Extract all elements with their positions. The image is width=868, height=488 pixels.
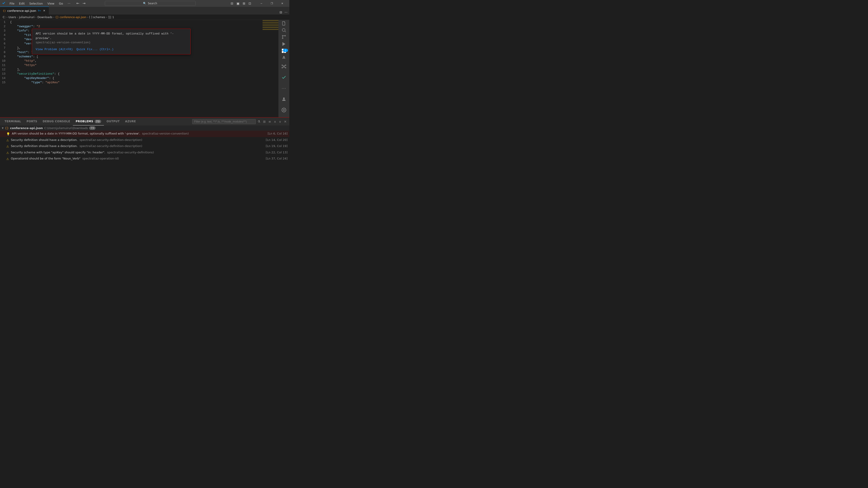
breadcrumb-users[interactable]: Users xyxy=(8,15,16,19)
minimize-button[interactable]: − xyxy=(256,0,267,7)
check-icon[interactable] xyxy=(278,72,289,83)
collapse-icon[interactable]: ∨ xyxy=(278,119,282,124)
problem-text-1: Security definition should have a descri… xyxy=(11,138,262,142)
close-button[interactable]: ✕ xyxy=(277,0,287,7)
maximize-button[interactable]: ❐ xyxy=(267,0,277,7)
code-line-13: "securityDefinitions": { xyxy=(10,72,262,76)
problem-item-2[interactable]: ⚠ Security definition should have a desc… xyxy=(0,143,289,150)
warning-icon-2: ⚠ xyxy=(6,144,9,149)
warning-icon-4: ⚠ xyxy=(6,157,9,161)
menu-selection[interactable]: Selection xyxy=(27,1,45,6)
view-problem-link[interactable]: View Problem (Alt+F8) xyxy=(36,47,73,52)
breadcrumb-c[interactable]: C: xyxy=(3,15,5,19)
problem-item-5[interactable]: ⚠ OperationId for get on a collection sh… xyxy=(0,162,289,163)
close-panel-icon[interactable]: ✕ xyxy=(283,119,287,124)
files-icon[interactable] xyxy=(278,20,289,27)
svg-point-4 xyxy=(282,38,283,39)
svg-point-16 xyxy=(283,109,285,111)
tab-conference-api[interactable]: {} conference-api.json 9+ ✕ xyxy=(0,7,49,14)
window-controls: − ❐ ✕ xyxy=(256,0,287,7)
breadcrumb-1[interactable]: ⬛ 1 xyxy=(108,15,114,19)
editor-panel-container: 1 2 3 4 5 6 7 8 9 10 11 12 13 14 xyxy=(0,20,289,163)
tab-problems[interactable]: PROBLEMS 73 xyxy=(73,118,104,126)
extensions-icon[interactable] xyxy=(278,47,289,54)
tab-badge: 9+ xyxy=(38,9,41,12)
run-debug-icon[interactable] xyxy=(278,41,289,47)
filter-input[interactable] xyxy=(192,119,256,124)
filter-icon[interactable]: ⚗ xyxy=(257,119,261,124)
search-label: Search xyxy=(148,2,157,5)
problem-item-1[interactable]: ⚠ Security definition should have a desc… xyxy=(0,137,289,143)
editor-row: 1 2 3 4 5 6 7 8 9 10 11 12 13 14 xyxy=(0,20,289,117)
group-path: C:\Users\juliamuiruri\Downloads xyxy=(44,127,88,130)
tab-ports[interactable]: PORTS xyxy=(24,118,40,126)
problem-location-0: [Ln 6, Col 16] xyxy=(268,131,287,136)
tab-bar: {} conference-api.json 9+ ✕ ⊟ ··· xyxy=(0,7,289,15)
search-bar[interactable]: 🔍 Search xyxy=(105,1,196,6)
dots-menu-icon[interactable]: ··· xyxy=(278,83,289,94)
problem-group-conference-api[interactable]: ▼ {} conference-api.json C:\Users\juliam… xyxy=(0,126,289,131)
code-line-14: "apiKeyHeader": { xyxy=(10,76,262,80)
problem-location-1: [Ln 14, Col 20] xyxy=(266,138,287,142)
problem-text-0: API version should be a date in YYYY-MM-… xyxy=(12,131,264,136)
svg-rect-8 xyxy=(282,51,284,53)
problem-text-3: Security scheme with type "apiKey" shoul… xyxy=(11,150,262,155)
more-actions-icon[interactable]: ··· xyxy=(284,10,288,14)
error-tooltip: API version should be a date in YYYY-MM-… xyxy=(32,29,191,55)
group-filename: conference-api.json xyxy=(10,126,43,130)
code-editor[interactable]: 1 2 3 4 5 6 7 8 9 10 11 12 13 14 xyxy=(0,20,262,117)
tab-azure[interactable]: AZURE xyxy=(122,118,138,126)
breadcrumb-juliamuiruri[interactable]: juliamuiruri xyxy=(19,15,34,19)
tab-terminal[interactable]: TERMINAL xyxy=(2,118,24,126)
search-icon: 🔍 xyxy=(143,2,146,5)
spectral-icon[interactable]: A xyxy=(278,54,289,61)
network-icon[interactable] xyxy=(278,61,289,72)
code-line-9: "schemes": [ xyxy=(10,55,262,59)
menu-more[interactable]: ··· xyxy=(66,1,72,6)
search-activity-icon[interactable] xyxy=(278,27,289,34)
breadcrumb-downloads[interactable]: Downloads xyxy=(37,15,53,19)
svg-line-1 xyxy=(285,31,286,32)
problem-item-3[interactable]: ⚠ Security scheme with type "apiKey" sho… xyxy=(0,150,289,156)
toggle-panel-icon[interactable]: ⊞ xyxy=(242,1,247,6)
breadcrumb-file[interactable]: {} conference-api.json xyxy=(55,15,87,19)
forward-button[interactable]: → xyxy=(81,1,87,6)
code-line-2: "swagger": "2 xyxy=(10,24,262,29)
toggle-sidebar-icon[interactable]: ▣ xyxy=(235,1,241,6)
problem-item-4[interactable]: ⚠ OperationId should be of the form "Nou… xyxy=(0,156,289,162)
minimap-visual xyxy=(262,20,278,117)
menu-go[interactable]: Go xyxy=(57,1,65,6)
error-icon: 💡 xyxy=(6,132,10,136)
code-line-15: "type": "apiKeu" xyxy=(10,80,262,85)
source-control-icon[interactable] xyxy=(278,34,289,40)
tab-close-button[interactable]: ✕ xyxy=(42,9,46,12)
tab-output[interactable]: OUTPUT xyxy=(104,118,123,126)
collapse-all-icon[interactable]: ⊞ xyxy=(262,119,267,124)
customize-layout-icon[interactable]: ⊡ xyxy=(247,1,253,6)
expand-icon[interactable]: ∧ xyxy=(273,119,277,124)
problem-item-0[interactable]: 💡 API version should be a date in YYYY-M… xyxy=(0,131,289,137)
code-line-1: { xyxy=(10,20,262,24)
sort-icon[interactable]: ≡ xyxy=(268,119,272,124)
code-line-10: "http", xyxy=(10,59,262,63)
breadcrumb-schemes[interactable]: [ ] schemes xyxy=(89,15,105,19)
menu-edit[interactable]: Edit xyxy=(17,1,27,6)
quick-fix-link[interactable]: Quick Fix... (Ctrl+.) xyxy=(76,47,114,52)
problems-list[interactable]: ▼ {} conference-api.json C:\Users\juliam… xyxy=(0,126,289,163)
tab-debug-console[interactable]: DEBUG CONSOLE xyxy=(40,118,73,126)
warning-icon-3: ⚠ xyxy=(6,151,9,155)
titlebar: File Edit Selection View Go ··· ← → 🔍 Se… xyxy=(0,0,289,7)
problem-location-4: [Ln 37, Col 24] xyxy=(266,156,287,161)
warning-icon-1: ⚠ xyxy=(6,138,9,143)
editor-layout-icon[interactable]: ⊟ xyxy=(229,1,235,6)
menu-view[interactable]: View xyxy=(45,1,56,6)
group-file-icon: {} xyxy=(5,126,9,130)
account-icon[interactable] xyxy=(278,94,289,105)
svg-point-3 xyxy=(285,35,286,36)
problem-text-4: OperationId should be of the form "Noun_… xyxy=(11,156,262,161)
settings-icon[interactable] xyxy=(278,105,289,116)
activity-bar: A ··· xyxy=(278,20,289,117)
back-button[interactable]: ← xyxy=(75,1,81,6)
menu-file[interactable]: File xyxy=(8,1,16,6)
split-editor-icon[interactable]: ⊟ xyxy=(279,10,283,14)
